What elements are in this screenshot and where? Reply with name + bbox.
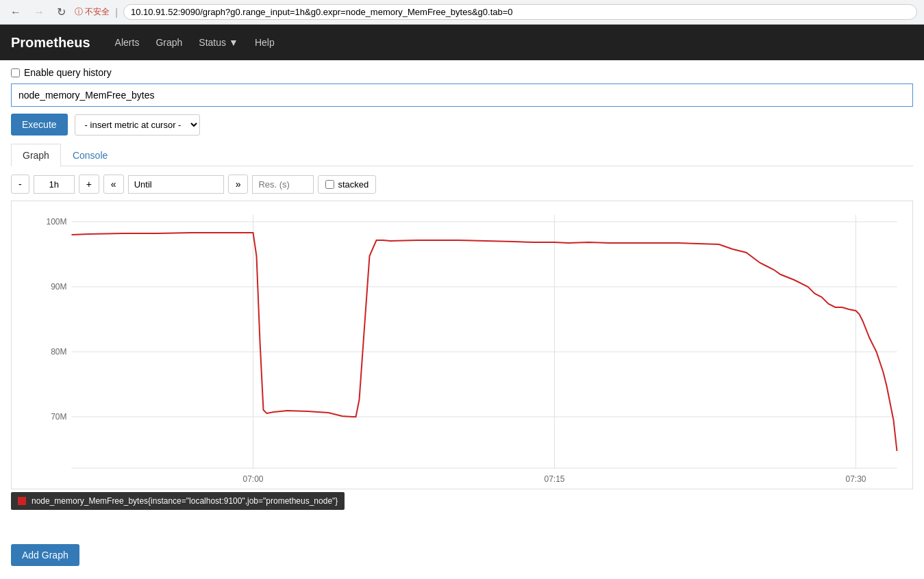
svg-text:90M: 90M [51, 282, 66, 292]
legend-color [18, 497, 26, 505]
address-bar-separator: | [115, 7, 118, 18]
query-history-checkbox[interactable] [11, 68, 20, 77]
metric-selector[interactable]: - insert metric at cursor - [75, 114, 200, 136]
browser-chrome: ← → ↻ ⓘ 不安全 | [0, 0, 924, 25]
execute-button[interactable]: Execute [11, 114, 68, 136]
graph-controls: - + « » stacked [11, 175, 913, 194]
query-history-label: Enable query history [24, 67, 112, 78]
graph-line [72, 233, 897, 451]
main-content: Enable query history Execute - insert me… [0, 60, 924, 573]
tab-console[interactable]: Console [61, 144, 119, 166]
legend-box: node_memory_MemFree_bytes{instance="loca… [11, 492, 345, 510]
time-back-button[interactable]: « [103, 175, 124, 194]
query-input[interactable] [11, 83, 913, 107]
query-history-row: Enable query history [11, 67, 913, 78]
legend-text: node_memory_MemFree_bytes{instance="loca… [32, 496, 338, 506]
time-forward-button[interactable]: » [228, 175, 249, 194]
nav-help[interactable]: Help [247, 25, 283, 60]
address-bar[interactable] [123, 4, 917, 20]
svg-text:80M: 80M [51, 347, 66, 357]
toolbar-row: Execute - insert metric at cursor - [11, 114, 913, 136]
range-input[interactable] [34, 175, 75, 194]
brand-name: Prometheus [11, 35, 90, 51]
nav-status[interactable]: Status ▼ [190, 37, 247, 48]
tabs: Graph Console [11, 144, 913, 166]
tab-graph[interactable]: Graph [11, 144, 61, 166]
svg-text:100M: 100M [46, 217, 66, 227]
svg-text:07:30: 07:30 [845, 474, 866, 484]
stacked-text: stacked [338, 179, 369, 190]
top-nav: Prometheus Alerts Graph Status ▼ Help [0, 25, 924, 60]
chart-area: 100M 90M 80M 70M 07:00 07:15 07:30 [11, 201, 913, 489]
stacked-label[interactable]: stacked [318, 175, 376, 194]
dropdown-arrow-icon: ▼ [229, 37, 238, 48]
add-graph-button[interactable]: Add Graph [11, 544, 79, 566]
nav-graph[interactable]: Graph [147, 25, 190, 60]
forward-button[interactable]: → [30, 5, 48, 20]
security-warning: ⓘ 不安全 [75, 6, 110, 18]
resolution-input[interactable] [252, 175, 314, 194]
stacked-checkbox[interactable] [325, 180, 334, 189]
svg-text:07:15: 07:15 [544, 474, 564, 484]
zoom-in-button[interactable]: + [79, 175, 99, 194]
nav-alerts[interactable]: Alerts [107, 25, 148, 60]
until-input[interactable] [128, 175, 224, 194]
svg-text:70M: 70M [51, 412, 66, 422]
reload-button[interactable]: ↻ [53, 4, 69, 20]
back-button[interactable]: ← [7, 5, 25, 20]
svg-text:07:00: 07:00 [242, 474, 263, 484]
chart-svg: 100M 90M 80M 70M 07:00 07:15 07:30 [12, 201, 912, 489]
zoom-out-button[interactable]: - [11, 175, 29, 194]
